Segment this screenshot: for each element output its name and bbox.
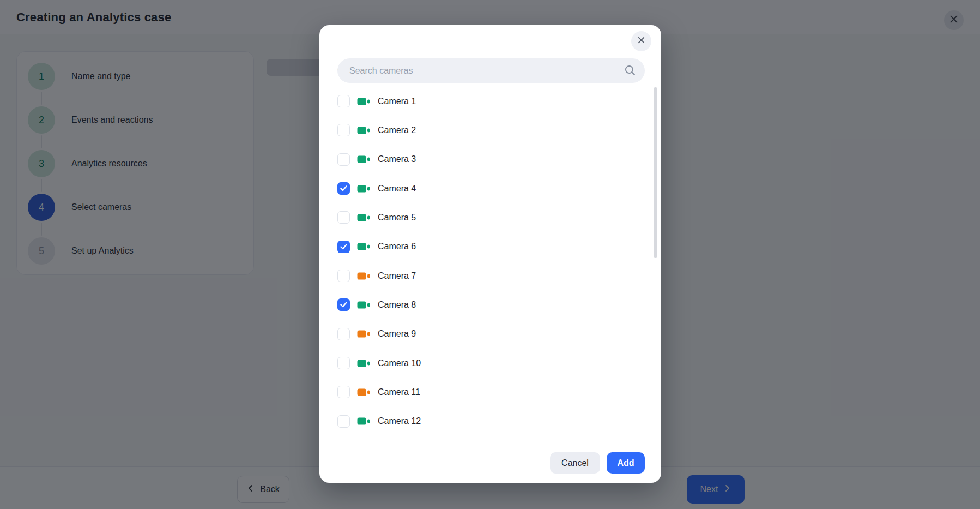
camera-checkbox[interactable] <box>337 298 350 311</box>
camera-icon <box>357 330 370 338</box>
checkmark-icon <box>340 302 347 308</box>
camera-list-item[interactable]: Camera 1 <box>337 87 646 116</box>
camera-label: Camera 7 <box>378 271 416 281</box>
camera-list-item[interactable]: Camera 4 <box>337 174 646 203</box>
camera-icon <box>357 242 370 251</box>
search-input[interactable] <box>349 58 616 83</box>
camera-checkbox[interactable] <box>337 415 350 428</box>
camera-checkbox[interactable] <box>337 241 350 253</box>
camera-list-item[interactable]: Camera 5 <box>337 203 646 232</box>
add-button[interactable]: Add <box>607 452 645 474</box>
camera-list: Camera 1 Camera 2 Camera 3 Camera 4 <box>337 87 646 436</box>
list-scrollbar-thumb[interactable] <box>654 87 657 258</box>
dialog-footer: Cancel Add <box>319 452 661 483</box>
camera-search <box>337 58 645 83</box>
camera-checkbox[interactable] <box>337 386 350 398</box>
camera-icon <box>357 359 370 368</box>
camera-checkbox[interactable] <box>337 328 350 340</box>
camera-list-item[interactable]: Camera 3 <box>337 145 646 174</box>
checkmark-icon <box>340 244 347 250</box>
camera-checkbox[interactable] <box>337 182 350 195</box>
camera-label: Camera 10 <box>378 358 421 368</box>
dialog-close-button[interactable] <box>631 31 651 51</box>
camera-icon <box>357 301 370 309</box>
cancel-button[interactable]: Cancel <box>550 452 600 474</box>
camera-list-item[interactable]: Camera 8 <box>337 290 646 319</box>
camera-checkbox[interactable] <box>337 153 350 166</box>
close-icon <box>637 36 645 46</box>
camera-label: Camera 8 <box>378 300 416 310</box>
camera-list-item[interactable]: Camera 11 <box>337 378 646 406</box>
camera-icon <box>357 184 370 193</box>
camera-label: Camera 3 <box>378 154 416 164</box>
camera-icon <box>357 213 370 222</box>
camera-checkbox[interactable] <box>337 357 350 369</box>
camera-list-item[interactable]: Camera 10 <box>337 349 646 378</box>
camera-label: Camera 4 <box>378 184 416 194</box>
camera-icon <box>357 388 370 397</box>
camera-label: Camera 11 <box>378 387 420 397</box>
camera-icon <box>357 126 370 135</box>
camera-list-item[interactable]: Camera 6 <box>337 232 646 261</box>
add-cameras-dialog: Add cameras Camera 1 Camera 2 <box>319 25 661 483</box>
camera-label: Camera 1 <box>378 97 416 106</box>
camera-list-item[interactable]: Camera 7 <box>337 261 646 290</box>
camera-checkbox[interactable] <box>337 124 350 136</box>
camera-icon <box>357 155 370 164</box>
camera-list-item[interactable]: Camera 9 <box>337 320 646 349</box>
camera-label: Camera 2 <box>378 125 416 135</box>
camera-checkbox[interactable] <box>337 95 350 107</box>
camera-icon <box>357 417 370 426</box>
camera-list-item[interactable]: Camera 12 <box>337 407 646 436</box>
checkmark-icon <box>340 185 347 191</box>
camera-icon <box>357 97 370 106</box>
camera-label: Camera 12 <box>378 416 421 426</box>
camera-label: Camera 5 <box>378 213 416 223</box>
camera-checkbox[interactable] <box>337 270 350 282</box>
camera-label: Camera 6 <box>378 242 416 251</box>
search-icon <box>624 64 636 79</box>
camera-label: Camera 9 <box>378 329 416 339</box>
camera-checkbox[interactable] <box>337 211 350 224</box>
camera-icon <box>357 272 370 280</box>
camera-list-item[interactable]: Camera 2 <box>337 116 646 145</box>
